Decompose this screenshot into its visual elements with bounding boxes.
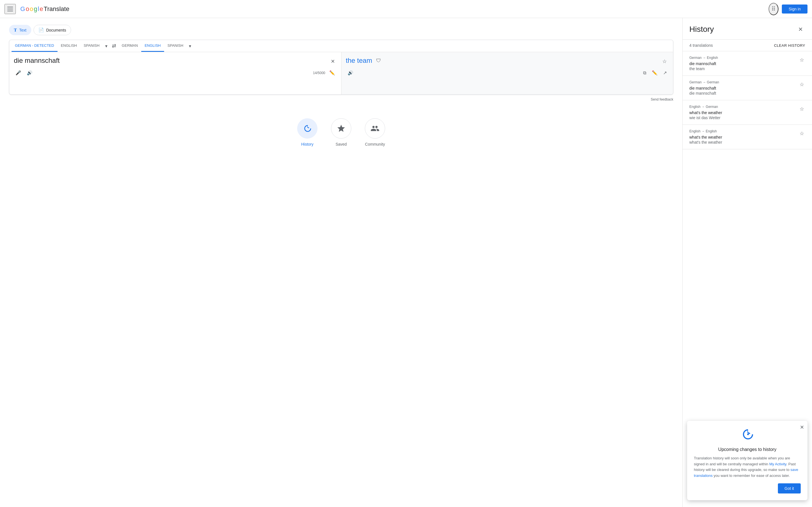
source-action-icons: 🎤 🔊: [14, 68, 34, 77]
source-actions: 🎤 🔊 14/5000 ✏️: [14, 68, 337, 77]
history-item-1-content: German → English die mannschaft the team: [689, 56, 799, 71]
target-star-button[interactable]: ☆: [661, 57, 668, 66]
source-mic-button[interactable]: 🎤: [14, 68, 23, 77]
svg-point-0: [747, 434, 749, 435]
header-right: ⠿ Sign in: [769, 3, 808, 15]
popup-close-button[interactable]: ✕: [800, 424, 804, 431]
popup-body: Translation history will soon only be av…: [694, 455, 801, 479]
popup-history-icon: [694, 428, 801, 444]
history-item-1: German → English die mannschaft the team…: [682, 51, 812, 76]
sign-in-button[interactable]: Sign in: [782, 4, 808, 13]
source-more-langs-button[interactable]: ▾: [103, 41, 110, 51]
history-header: History ✕: [682, 18, 812, 40]
target-more-langs-button[interactable]: ▾: [187, 41, 193, 51]
target-actions: 🔊 ⧉ ✏️ ↗: [346, 68, 669, 77]
target-speaker-button[interactable]: 🔊: [346, 68, 355, 77]
history-title: History: [689, 25, 714, 34]
main-container: 𝐓 Text 📄 Documents GERMAN - DETECTED ENG…: [0, 18, 812, 507]
verified-icon: 🛡: [376, 58, 381, 64]
history-item-3-target: wie ist das Wetter: [689, 115, 799, 120]
bottom-icons: History Saved Community: [9, 118, 673, 147]
tab-documents-label: Documents: [46, 28, 66, 33]
source-edit-button[interactable]: ✏️: [327, 68, 337, 77]
logo-g2: g: [34, 5, 37, 13]
source-text[interactable]: die mannschaft: [14, 57, 60, 64]
tab-text-label: Text: [19, 28, 27, 33]
logo-g: G: [20, 5, 25, 13]
edit-translation-button[interactable]: ✏️: [650, 68, 659, 77]
target-lang-spanish[interactable]: SPANISH: [164, 40, 187, 52]
history-panel: History ✕ 4 translations CLEAR HISTORY G…: [682, 18, 812, 507]
saved-label: Saved: [336, 142, 347, 147]
feedback-link[interactable]: Send feedback: [651, 98, 673, 101]
logo-l: l: [38, 5, 39, 13]
history-item-4-content: English → English what's the weather wha…: [689, 129, 799, 145]
history-item[interactable]: History: [297, 118, 317, 147]
source-lang-detected[interactable]: GERMAN - DETECTED: [11, 40, 57, 52]
history-item-1-target: the team: [689, 66, 799, 71]
history-item-2-lang: German → German: [689, 80, 799, 84]
history-item-2-source: die mannschaft: [689, 86, 799, 91]
history-item-3-content: English → German what's the weather wie …: [689, 105, 799, 120]
history-item-3: English → German what's the weather wie …: [682, 100, 812, 125]
tab-text[interactable]: 𝐓 Text: [9, 25, 31, 35]
tab-documents[interactable]: 📄 Documents: [34, 25, 71, 35]
google-apps-button[interactable]: ⠿: [769, 3, 778, 15]
history-item-3-star[interactable]: ☆: [799, 105, 805, 113]
community-item[interactable]: Community: [365, 118, 385, 147]
history-item-2-target: die mannschaft: [689, 91, 799, 96]
history-item-4: English → English what's the weather wha…: [682, 125, 812, 149]
app-header: Google Translate ⠿ Sign in: [0, 0, 812, 18]
history-item-1-source: die mannschaft: [689, 61, 799, 66]
saved-item[interactable]: Saved: [331, 118, 351, 147]
history-icon-circle: [297, 118, 317, 138]
translate-box: GERMAN - DETECTED ENGLISH SPANISH ▾ ⇄ GE…: [9, 40, 673, 95]
history-item-4-star[interactable]: ☆: [799, 129, 805, 138]
source-lang-spanish[interactable]: SPANISH: [80, 40, 103, 52]
history-item-3-lang: English → German: [689, 105, 799, 109]
target-lang-english[interactable]: ENGLISH: [141, 40, 164, 52]
header-left: Google Translate: [4, 4, 69, 14]
history-close-button[interactable]: ✕: [796, 24, 805, 35]
history-item-1-star[interactable]: ☆: [799, 56, 805, 64]
logo-e: e: [40, 5, 43, 13]
history-item-3-source: what's the weather: [689, 110, 799, 115]
clear-source-button[interactable]: ✕: [329, 57, 337, 66]
swap-languages-button[interactable]: ⇄: [110, 41, 118, 51]
target-action-icons: ⧉ ✏️ ↗: [642, 68, 668, 77]
clear-history-button[interactable]: CLEAR HISTORY: [774, 43, 805, 48]
menu-button[interactable]: [4, 4, 16, 14]
target-panel: the team 🛡 ☆ 🔊 ⧉ ✏️ ↗: [342, 52, 673, 94]
history-label: History: [301, 142, 313, 147]
translate-panels: die mannschaft ✕ 🎤 🔊 14/5000 ✏️: [9, 52, 673, 94]
saved-icon-circle: [331, 118, 351, 138]
popup-footer: Got it: [694, 483, 801, 494]
translate-text-icon: 𝐓: [14, 27, 17, 33]
community-label: Community: [365, 142, 385, 147]
target-lang-german[interactable]: GERMAN: [118, 40, 141, 52]
popup-title: Upcoming changes to history: [694, 447, 801, 452]
source-speaker-button[interactable]: 🔊: [25, 68, 34, 77]
history-item-2-star[interactable]: ☆: [799, 80, 805, 89]
tab-bar: 𝐓 Text 📄 Documents: [9, 25, 673, 35]
popup-body-part3: you want to remember for ease of access …: [712, 473, 790, 478]
left-panel: 𝐓 Text 📄 Documents GERMAN - DETECTED ENG…: [0, 18, 682, 507]
source-panel: die mannschaft ✕ 🎤 🔊 14/5000 ✏️: [9, 52, 342, 94]
history-subheader: 4 translations CLEAR HISTORY: [682, 40, 812, 51]
popup-my-activity-link[interactable]: My Activity: [769, 462, 786, 466]
share-button[interactable]: ↗: [661, 68, 668, 77]
community-icon-circle: [365, 118, 385, 138]
got-it-button[interactable]: Got it: [778, 483, 801, 494]
logo-o2: o: [30, 5, 33, 13]
language-bar: GERMAN - DETECTED ENGLISH SPANISH ▾ ⇄ GE…: [9, 40, 673, 52]
documents-icon: 📄: [38, 27, 44, 33]
history-changes-popup: ✕ Upcoming changes to history Translatio…: [687, 421, 808, 500]
history-item-4-lang: English → English: [689, 129, 799, 133]
logo-o1: o: [26, 5, 29, 13]
history-item-2-content: German → German die mannschaft die manns…: [689, 80, 799, 96]
source-lang-english[interactable]: ENGLISH: [57, 40, 80, 52]
copy-button[interactable]: ⧉: [642, 68, 648, 77]
history-item-2: German → German die mannschaft die manns…: [682, 76, 812, 100]
history-item-4-target: what's the weather: [689, 140, 799, 145]
app-name: Translate: [44, 5, 69, 13]
